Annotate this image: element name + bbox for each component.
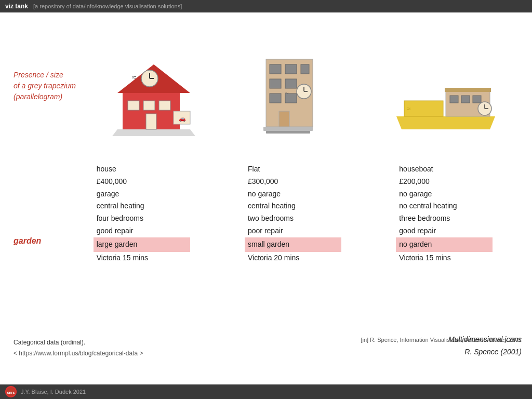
svg-rect-25 (279, 111, 289, 127)
citation: [in] R. Spence, Information Visualisatio… (361, 337, 522, 343)
svg-rect-4 (143, 101, 155, 110)
svg-rect-5 (159, 101, 170, 110)
svg-rect-33 (473, 96, 481, 103)
property-column-house: house £400,000 garage central heating fo… (97, 163, 190, 264)
prop-garden-3: no garden (396, 237, 493, 252)
prop-garden-1: large garden (94, 237, 190, 252)
svg-text:≈: ≈ (132, 73, 137, 82)
annotation-garden: garden (14, 235, 41, 247)
svg-rect-14 (270, 64, 281, 74)
svg-rect-15 (285, 64, 297, 74)
svg-rect-31 (450, 96, 458, 103)
prop-bedrooms-2: two bedrooms (248, 214, 294, 222)
prop-garage-1: garage (97, 190, 119, 198)
prop-heating-3: no central heating (399, 202, 457, 210)
property-column-flat: Flat £300,000 no garage central heating … (248, 163, 341, 264)
prop-transport-1: Victoria 15 mins (97, 254, 148, 262)
data-section: house £400,000 garage central heating fo… (68, 163, 522, 264)
categorical-label: Categorical data (ordinal). (14, 337, 143, 348)
svg-rect-23 (270, 94, 281, 103)
prop-bedrooms-3: three bedrooms (399, 214, 450, 222)
prop-garage-2: no garage (248, 190, 281, 198)
property-column-houseboat: houseboat £200,000 no garage no central … (399, 163, 493, 264)
house-icon: ≈ 🚗 (112, 49, 195, 137)
topbar-subtitle: [a repository of data/info/knowledge vis… (33, 3, 182, 9)
prop-price-1: £400,000 (97, 177, 127, 185)
annotation-trapezium: Presence / sizeof a grey trapezium(paral… (14, 70, 76, 102)
prop-heating-2: central heating (248, 202, 296, 210)
prop-repair-1: good repair (97, 227, 134, 235)
svg-text:cnrs: cnrs (7, 391, 15, 394)
prop-garden-2: small garden (245, 237, 341, 252)
svg-rect-18 (285, 79, 297, 88)
prop-type-1: house (97, 165, 116, 173)
svg-rect-6 (146, 114, 156, 129)
prop-price-3: £200,000 (399, 177, 429, 185)
svg-rect-24 (285, 94, 297, 103)
houseboat-icon: ≈ (394, 70, 487, 137)
topbar-title: viz tank (5, 3, 28, 10)
prop-type-2: Flat (248, 165, 260, 173)
prop-type-3: houseboat (399, 165, 433, 173)
svg-rect-30 (445, 88, 491, 92)
prop-repair-2: poor repair (248, 227, 283, 235)
svg-rect-27 (266, 131, 310, 134)
svg-text:🚗: 🚗 (179, 115, 186, 122)
prop-transport-2: Victoria 20 mins (248, 254, 299, 262)
cnrs-logo: cnrs (5, 386, 17, 397)
bottombar-credit: J.Y. Blaise, I. Dudek 2021 (21, 389, 86, 395)
bottom-info: Categorical data (ordinal). < https://ww… (14, 337, 143, 358)
prop-heating-1: central heating (97, 202, 144, 210)
svg-rect-26 (263, 127, 313, 131)
prop-transport-3: Victoria 15 mins (399, 254, 450, 262)
prop-bedrooms-1: four bedrooms (97, 214, 143, 222)
prop-garage-3: no garage (399, 190, 432, 198)
prop-price-2: £300,000 (248, 177, 278, 185)
svg-rect-3 (128, 101, 139, 110)
link-label[interactable]: < https://www.formpl.us/blog/categorical… (14, 348, 143, 358)
main-content: Presence / sizeof a grey trapezium(paral… (0, 12, 532, 384)
svg-marker-28 (396, 116, 495, 129)
bottombar: cnrs J.Y. Blaise, I. Dudek 2021 (0, 384, 532, 399)
svg-rect-16 (301, 64, 309, 74)
svg-marker-0 (112, 129, 195, 136)
svg-text:≈: ≈ (407, 104, 411, 113)
svg-rect-17 (270, 79, 281, 88)
prop-repair-3: good repair (399, 227, 436, 235)
icons-row: ≈ 🚗 ≈ (78, 44, 522, 137)
svg-rect-32 (461, 96, 470, 103)
topbar: viz tank [a repository of data/info/know… (0, 0, 532, 12)
flat-icon: ≈ (263, 54, 326, 137)
